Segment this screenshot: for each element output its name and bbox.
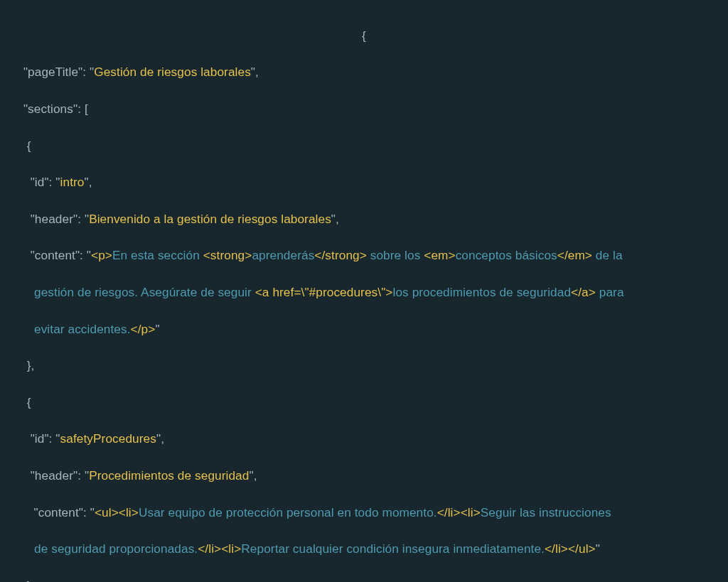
code-line: {	[0, 394, 728, 412]
code-line: "pageTitle": "Gestión de riesgos laboral…	[0, 63, 728, 82]
code-line: {	[0, 137, 728, 156]
code-line: "header": "Bienvenido a la gestión de ri…	[0, 210, 728, 229]
brace-open: {	[362, 28, 366, 43]
code-line: gestión de riesgos. Asegúrate de seguir …	[0, 284, 728, 302]
code-line: "content": "<p>En esta sección <strong>a…	[0, 247, 728, 265]
json-code-block: { "pageTitle": "Gestión de riesgos labor…	[0, 0, 728, 582]
code-line: {	[0, 27, 728, 45]
code-line: "content": "<ul><li>Usar equipo de prote…	[0, 504, 728, 522]
code-line: "sections": [	[0, 100, 728, 119]
code-line: "id": "safetyProcedures",	[0, 430, 728, 448]
code-line: evitar accidentes.</p>"	[0, 320, 728, 339]
code-line: },	[0, 357, 728, 375]
code-line: },	[0, 577, 728, 582]
code-line: "id": "intro",	[0, 173, 728, 192]
code-line: de seguridad proporcionadas.</li><li>Rep…	[0, 540, 728, 559]
code-line: "header": "Procedimientos de seguridad",	[0, 467, 728, 485]
